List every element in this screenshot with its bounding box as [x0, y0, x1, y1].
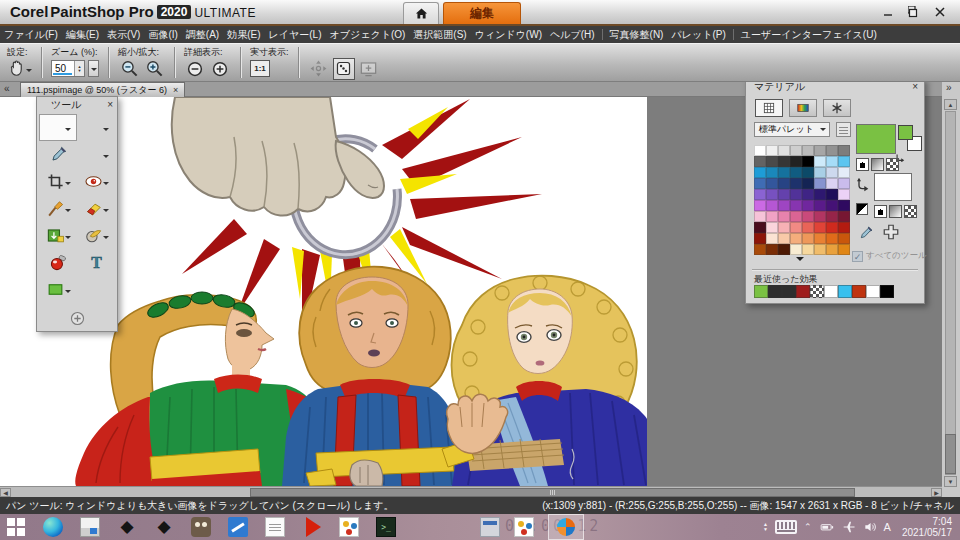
foreground-swatch[interactable]	[856, 124, 896, 154]
swap-colors-icon[interactable]	[855, 176, 871, 192]
red-arrow-icon[interactable]	[302, 517, 322, 537]
recent-swatch[interactable]	[782, 285, 796, 298]
color-swatch[interactable]	[778, 156, 790, 167]
detail-plus-button[interactable]	[209, 58, 231, 80]
tool-tube[interactable]	[39, 222, 77, 249]
bg-gradient-style-button[interactable]	[889, 205, 902, 218]
tool-crop[interactable]	[39, 168, 77, 195]
paint-icon[interactable]	[339, 517, 359, 537]
hscroll-thumb[interactable]	[250, 488, 855, 497]
palette-dropdown[interactable]: 標準パレット	[754, 122, 830, 137]
eyedropper-icon[interactable]	[858, 225, 874, 241]
color-swatch[interactable]	[802, 145, 814, 156]
start-icon[interactable]	[6, 517, 26, 537]
tool-pan[interactable]	[39, 114, 77, 141]
color-swatch[interactable]	[802, 222, 814, 233]
color-swatch[interactable]	[802, 244, 814, 255]
restore-button[interactable]	[904, 4, 924, 20]
tool-dropper[interactable]	[39, 141, 77, 168]
minimize-button[interactable]	[878, 4, 898, 20]
color-swatch[interactable]	[838, 200, 850, 211]
zoom-spinner[interactable]: ▲▼	[74, 61, 84, 76]
color-swatch[interactable]	[790, 145, 802, 156]
tool-pick[interactable]	[77, 114, 115, 141]
color-swatch[interactable]	[790, 156, 802, 167]
color-swatch[interactable]	[802, 167, 814, 178]
paintshop-active-icon[interactable]	[548, 514, 584, 540]
ime-indicator[interactable]: A	[884, 521, 891, 533]
color-swatch[interactable]	[826, 156, 838, 167]
fg-pattern-style-button[interactable]	[886, 158, 899, 171]
menu-item[interactable]: 画像(I)	[144, 26, 181, 43]
pan-settings-button[interactable]	[7, 59, 32, 78]
vscroll-track[interactable]	[945, 111, 956, 475]
battery-icon[interactable]	[819, 520, 835, 534]
recent-swatch[interactable]	[796, 285, 810, 298]
edit-workspace-tab[interactable]: 編集	[443, 2, 521, 24]
tray-scroll-arrows[interactable]: ▲▼	[763, 522, 768, 532]
close-button[interactable]	[930, 4, 950, 20]
vscroll-thumb[interactable]	[945, 434, 956, 474]
menu-item[interactable]: 調整(A)	[182, 26, 223, 43]
color-swatch[interactable]	[814, 156, 826, 167]
recent-swatch[interactable]	[754, 285, 768, 298]
color-swatch[interactable]	[766, 145, 778, 156]
zoom-dropdown-button[interactable]	[88, 60, 99, 77]
color-swatch[interactable]	[838, 244, 850, 255]
tool-selection[interactable]	[77, 141, 115, 168]
color-swatch[interactable]	[766, 189, 778, 200]
hscroll-right-button[interactable]: ▶	[931, 488, 942, 497]
color-swatch[interactable]	[754, 178, 766, 189]
color-swatch[interactable]	[766, 222, 778, 233]
color-swatch[interactable]	[802, 189, 814, 200]
document-close-icon[interactable]: ×	[173, 85, 178, 95]
color-swatch[interactable]	[754, 222, 766, 233]
tool-text[interactable]	[77, 249, 115, 276]
color-swatch[interactable]	[754, 233, 766, 244]
color-swatch[interactable]	[778, 244, 790, 255]
paint-2-icon[interactable]	[514, 517, 534, 537]
pan-navigate-button[interactable]	[308, 58, 330, 80]
add-tool-button[interactable]	[37, 305, 117, 331]
color-swatch[interactable]	[778, 178, 790, 189]
menu-item[interactable]: ユーザーインターフェイス(U)	[737, 26, 881, 43]
detail-minus-button[interactable]	[184, 58, 206, 80]
tab-scroll-left-button[interactable]: «	[4, 82, 10, 96]
color-swatch[interactable]	[802, 211, 814, 222]
color-swatch[interactable]	[814, 211, 826, 222]
one-to-one-button[interactable]: 1:1	[250, 60, 270, 77]
window-icon[interactable]	[480, 517, 500, 537]
color-swatch[interactable]	[790, 222, 802, 233]
color-swatch[interactable]	[766, 211, 778, 222]
zoom-in-button[interactable]	[143, 58, 165, 80]
color-swatch[interactable]	[826, 167, 838, 178]
color-swatch[interactable]	[826, 178, 838, 189]
color-swatch[interactable]	[826, 211, 838, 222]
menu-item[interactable]: オブジェクト(O)	[325, 26, 409, 43]
color-swatch[interactable]	[838, 167, 850, 178]
color-swatch[interactable]	[790, 200, 802, 211]
tool-brush[interactable]	[39, 195, 77, 222]
color-swatch[interactable]	[802, 200, 814, 211]
color-swatch[interactable]	[838, 178, 850, 189]
document-tab[interactable]: 111.pspimage @ 50% (ラスター 6) ×	[20, 82, 185, 97]
color-swatch[interactable]	[790, 211, 802, 222]
zoom-input[interactable]: 50 ▲▼	[51, 60, 85, 77]
color-swatch[interactable]	[838, 211, 850, 222]
recent-swatch[interactable]	[852, 285, 866, 298]
grid-more-icon[interactable]	[796, 257, 804, 265]
color-swatch[interactable]	[754, 200, 766, 211]
touch-keyboard-icon[interactable]	[775, 520, 797, 534]
recent-swatch[interactable]	[880, 285, 894, 298]
color-swatch[interactable]	[754, 211, 766, 222]
color-swatch[interactable]	[814, 244, 826, 255]
add-material-button[interactable]	[882, 223, 900, 241]
mini-foreground-swatch[interactable]	[898, 125, 913, 140]
color-swatch[interactable]	[778, 189, 790, 200]
color-swatch[interactable]	[802, 178, 814, 189]
color-swatch[interactable]	[814, 222, 826, 233]
color-swatch[interactable]	[766, 178, 778, 189]
hscroll-left-button[interactable]: ◀	[0, 488, 11, 497]
inkscape-2-icon[interactable]	[154, 517, 174, 537]
color-swatch[interactable]	[778, 200, 790, 211]
